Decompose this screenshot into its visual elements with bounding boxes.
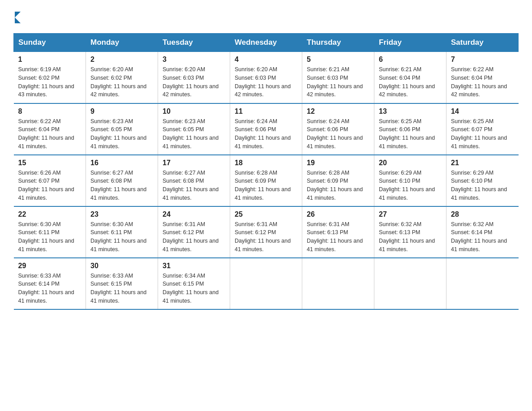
day-info: Sunrise: 6:20 AMSunset: 6:03 PMDaylight:… bbox=[163, 66, 219, 98]
day-number: 28 bbox=[451, 210, 514, 218]
calendar-cell: 28 Sunrise: 6:32 AMSunset: 6:14 PMDaylig… bbox=[446, 206, 519, 258]
day-number: 8 bbox=[18, 107, 82, 116]
calendar-week-row: 29 Sunrise: 6:33 AMSunset: 6:14 PMDaylig… bbox=[14, 258, 519, 309]
day-info: Sunrise: 6:28 AMSunset: 6:09 PMDaylight:… bbox=[235, 170, 291, 201]
day-number: 10 bbox=[163, 107, 225, 116]
day-number: 30 bbox=[90, 262, 153, 270]
day-number: 1 bbox=[18, 56, 82, 64]
day-info: Sunrise: 6:30 AMSunset: 6:11 PMDaylight:… bbox=[18, 221, 74, 253]
day-number: 4 bbox=[235, 56, 297, 64]
day-info: Sunrise: 6:20 AMSunset: 6:02 PMDaylight:… bbox=[90, 66, 146, 98]
day-info: Sunrise: 6:33 AMSunset: 6:14 PMDaylight:… bbox=[18, 273, 74, 304]
day-info: Sunrise: 6:23 AMSunset: 6:05 PMDaylight:… bbox=[90, 118, 146, 150]
calendar-week-row: 1 Sunrise: 6:19 AMSunset: 6:02 PMDayligh… bbox=[14, 52, 519, 103]
day-info: Sunrise: 6:27 AMSunset: 6:08 PMDaylight:… bbox=[90, 170, 146, 201]
day-number: 29 bbox=[18, 262, 82, 270]
calendar-cell: 4 Sunrise: 6:20 AMSunset: 6:03 PMDayligh… bbox=[230, 52, 302, 103]
calendar-cell bbox=[302, 258, 374, 309]
calendar-cell: 17 Sunrise: 6:27 AMSunset: 6:08 PMDaylig… bbox=[158, 155, 230, 206]
day-number: 18 bbox=[235, 159, 297, 167]
weekday-header-monday: Monday bbox=[86, 34, 158, 52]
day-number: 15 bbox=[18, 159, 82, 167]
calendar-cell: 5 Sunrise: 6:21 AMSunset: 6:03 PMDayligh… bbox=[302, 52, 374, 103]
weekday-header-sunday: Sunday bbox=[14, 34, 86, 52]
weekday-header-row: SundayMondayTuesdayWednesdayThursdayFrid… bbox=[14, 34, 519, 52]
day-number: 6 bbox=[379, 56, 442, 64]
day-number: 17 bbox=[163, 159, 225, 167]
day-number: 3 bbox=[163, 56, 225, 64]
calendar-week-row: 15 Sunrise: 6:26 AMSunset: 6:07 PMDaylig… bbox=[14, 155, 519, 206]
day-number: 23 bbox=[90, 210, 153, 218]
day-number: 22 bbox=[18, 210, 82, 218]
day-number: 11 bbox=[235, 107, 297, 116]
day-number: 27 bbox=[379, 210, 442, 218]
calendar-cell: 31 Sunrise: 6:34 AMSunset: 6:15 PMDaylig… bbox=[158, 258, 230, 309]
day-info: Sunrise: 6:25 AMSunset: 6:06 PMDaylight:… bbox=[379, 118, 435, 150]
calendar-cell: 27 Sunrise: 6:32 AMSunset: 6:13 PMDaylig… bbox=[374, 206, 446, 258]
day-number: 16 bbox=[90, 159, 153, 167]
weekday-header-saturday: Saturday bbox=[446, 34, 519, 52]
calendar-cell: 6 Sunrise: 6:21 AMSunset: 6:04 PMDayligh… bbox=[374, 52, 446, 103]
calendar-cell: 12 Sunrise: 6:24 AMSunset: 6:06 PMDaylig… bbox=[302, 103, 374, 155]
day-number: 24 bbox=[163, 210, 225, 218]
day-number: 25 bbox=[235, 210, 297, 218]
weekday-header-thursday: Thursday bbox=[302, 34, 374, 52]
day-info: Sunrise: 6:28 AMSunset: 6:09 PMDaylight:… bbox=[307, 170, 363, 201]
calendar-cell bbox=[374, 258, 446, 309]
calendar-cell: 15 Sunrise: 6:26 AMSunset: 6:07 PMDaylig… bbox=[14, 155, 86, 206]
day-info: Sunrise: 6:31 AMSunset: 6:13 PMDaylight:… bbox=[307, 221, 363, 253]
calendar-cell: 2 Sunrise: 6:20 AMSunset: 6:02 PMDayligh… bbox=[86, 52, 158, 103]
weekday-header-wednesday: Wednesday bbox=[230, 34, 302, 52]
day-number: 14 bbox=[451, 107, 514, 116]
calendar-cell: 11 Sunrise: 6:24 AMSunset: 6:06 PMDaylig… bbox=[230, 103, 302, 155]
day-number: 26 bbox=[307, 210, 369, 218]
calendar-cell bbox=[230, 258, 302, 309]
day-info: Sunrise: 6:32 AMSunset: 6:14 PMDaylight:… bbox=[451, 221, 507, 253]
day-info: Sunrise: 6:29 AMSunset: 6:10 PMDaylight:… bbox=[379, 170, 435, 201]
day-number: 12 bbox=[307, 107, 369, 116]
calendar-cell: 13 Sunrise: 6:25 AMSunset: 6:06 PMDaylig… bbox=[374, 103, 446, 155]
weekday-header-friday: Friday bbox=[374, 34, 446, 52]
calendar-week-row: 22 Sunrise: 6:30 AMSunset: 6:11 PMDaylig… bbox=[14, 206, 519, 258]
calendar-cell: 30 Sunrise: 6:33 AMSunset: 6:15 PMDaylig… bbox=[86, 258, 158, 309]
calendar-cell: 26 Sunrise: 6:31 AMSunset: 6:13 PMDaylig… bbox=[302, 206, 374, 258]
day-info: Sunrise: 6:27 AMSunset: 6:08 PMDaylight:… bbox=[163, 170, 219, 201]
day-info: Sunrise: 6:22 AMSunset: 6:04 PMDaylight:… bbox=[18, 118, 74, 150]
day-number: 13 bbox=[379, 107, 442, 116]
day-info: Sunrise: 6:22 AMSunset: 6:04 PMDaylight:… bbox=[451, 66, 507, 98]
day-info: Sunrise: 6:21 AMSunset: 6:04 PMDaylight:… bbox=[379, 66, 435, 98]
calendar-cell bbox=[446, 258, 519, 309]
calendar-cell: 21 Sunrise: 6:29 AMSunset: 6:10 PMDaylig… bbox=[446, 155, 519, 206]
day-number: 31 bbox=[163, 262, 225, 270]
day-info: Sunrise: 6:19 AMSunset: 6:02 PMDaylight:… bbox=[18, 66, 74, 98]
day-info: Sunrise: 6:25 AMSunset: 6:07 PMDaylight:… bbox=[451, 118, 507, 150]
calendar-cell: 9 Sunrise: 6:23 AMSunset: 6:05 PMDayligh… bbox=[86, 103, 158, 155]
calendar-cell: 20 Sunrise: 6:29 AMSunset: 6:10 PMDaylig… bbox=[374, 155, 446, 206]
calendar-cell: 10 Sunrise: 6:23 AMSunset: 6:05 PMDaylig… bbox=[158, 103, 230, 155]
day-number: 9 bbox=[90, 107, 153, 116]
day-info: Sunrise: 6:32 AMSunset: 6:13 PMDaylight:… bbox=[379, 221, 435, 253]
day-number: 7 bbox=[451, 56, 514, 64]
calendar-cell: 14 Sunrise: 6:25 AMSunset: 6:07 PMDaylig… bbox=[446, 103, 519, 155]
day-number: 21 bbox=[451, 159, 514, 167]
day-number: 19 bbox=[307, 159, 369, 167]
calendar-cell: 25 Sunrise: 6:31 AMSunset: 6:12 PMDaylig… bbox=[230, 206, 302, 258]
day-info: Sunrise: 6:21 AMSunset: 6:03 PMDaylight:… bbox=[307, 66, 363, 98]
weekday-header-tuesday: Tuesday bbox=[158, 34, 230, 52]
day-info: Sunrise: 6:31 AMSunset: 6:12 PMDaylight:… bbox=[163, 221, 219, 253]
calendar-cell: 29 Sunrise: 6:33 AMSunset: 6:14 PMDaylig… bbox=[14, 258, 86, 309]
day-info: Sunrise: 6:30 AMSunset: 6:11 PMDaylight:… bbox=[90, 221, 146, 253]
day-info: Sunrise: 6:23 AMSunset: 6:05 PMDaylight:… bbox=[163, 118, 219, 150]
day-number: 2 bbox=[90, 56, 153, 64]
calendar-cell: 19 Sunrise: 6:28 AMSunset: 6:09 PMDaylig… bbox=[302, 155, 374, 206]
day-info: Sunrise: 6:24 AMSunset: 6:06 PMDaylight:… bbox=[307, 118, 363, 150]
calendar-week-row: 8 Sunrise: 6:22 AMSunset: 6:04 PMDayligh… bbox=[14, 103, 519, 155]
calendar-cell: 24 Sunrise: 6:31 AMSunset: 6:12 PMDaylig… bbox=[158, 206, 230, 258]
day-number: 5 bbox=[307, 56, 369, 64]
page-header bbox=[13, 9, 519, 24]
logo bbox=[13, 9, 21, 24]
day-info: Sunrise: 6:33 AMSunset: 6:15 PMDaylight:… bbox=[90, 273, 146, 304]
calendar-cell: 23 Sunrise: 6:30 AMSunset: 6:11 PMDaylig… bbox=[86, 206, 158, 258]
calendar-cell: 7 Sunrise: 6:22 AMSunset: 6:04 PMDayligh… bbox=[446, 52, 519, 103]
day-info: Sunrise: 6:29 AMSunset: 6:10 PMDaylight:… bbox=[451, 170, 507, 201]
